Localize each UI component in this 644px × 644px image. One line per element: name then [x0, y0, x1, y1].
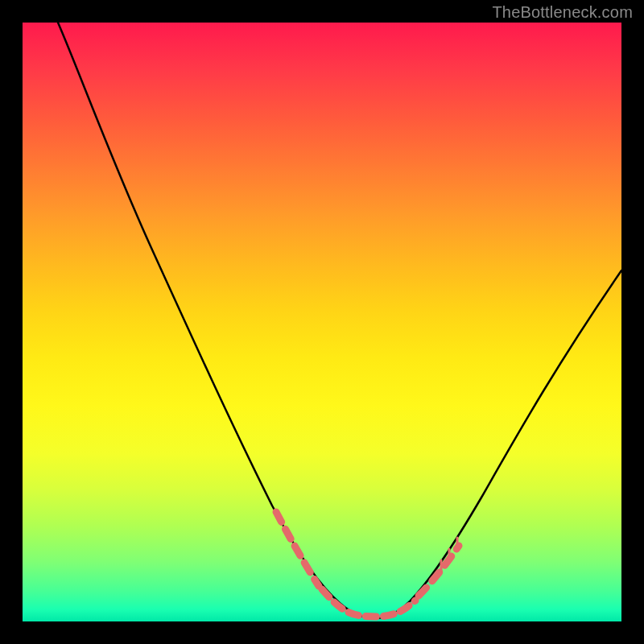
dashes-floor — [322, 589, 415, 617]
dashes-left — [276, 512, 319, 586]
chart-svg — [23, 23, 621, 621]
curve-main — [58, 23, 621, 618]
dashes-right — [419, 546, 459, 596]
watermark-text: TheBottleneck.com — [492, 3, 633, 22]
plot-area — [23, 23, 621, 621]
chart-frame: TheBottleneck.com — [0, 0, 644, 644]
